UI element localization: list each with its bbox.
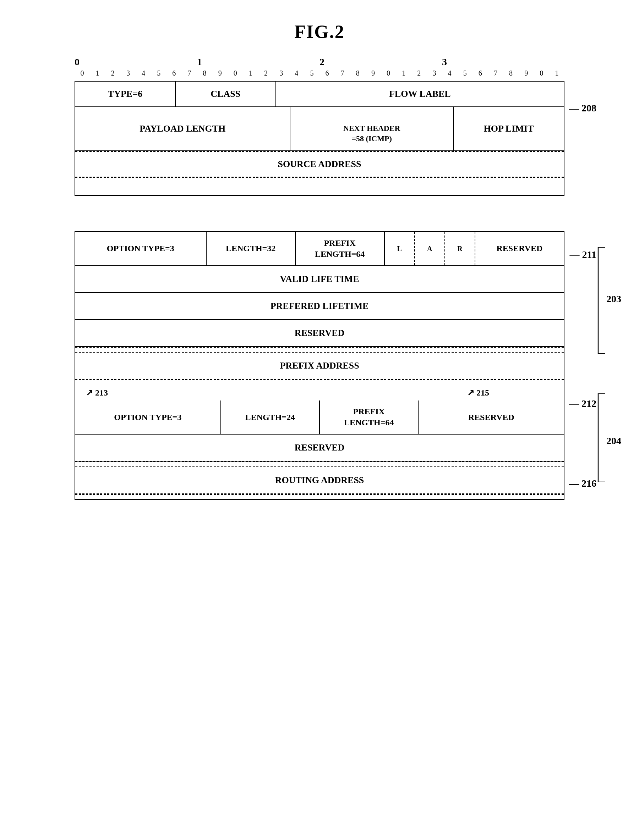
- bit-digit: 2: [105, 69, 120, 77]
- bit-digit: 2: [412, 69, 427, 77]
- dashed-gap-2: [75, 380, 564, 385]
- bit-digit: 4: [136, 69, 151, 77]
- ruler-major-2: 2: [320, 56, 442, 68]
- bit-digit: 1: [90, 69, 105, 77]
- prefix-address-row: PREFIX ADDRESS: [75, 352, 564, 380]
- bit-digit: 3: [120, 69, 136, 77]
- bit-digit: 8: [503, 69, 519, 77]
- bit-digit: 2: [258, 69, 274, 77]
- bit-digit: 7: [335, 69, 350, 77]
- label-212: — 212: [569, 398, 596, 409]
- bit-digit: 0: [534, 69, 549, 77]
- ruler-major-3: 3: [442, 56, 564, 68]
- length-32-cell: LENGTH=32: [207, 232, 296, 265]
- class-cell: CLASS: [176, 82, 276, 106]
- next-header-cell: NEXT HEADER=58 (ICMP): [290, 107, 453, 151]
- page-title: FIG.2: [294, 21, 344, 42]
- prefix-length-64-cell: PREFIXLENGTH=64: [296, 232, 385, 265]
- bit-digit: 4: [442, 69, 457, 77]
- bit-digit: 1: [243, 69, 258, 77]
- hop-limit-cell: HOP LIMIT: [454, 107, 564, 151]
- routing-address-row: ROUTING ADDRESS: [75, 466, 564, 494]
- bit-digit: 0: [227, 69, 243, 77]
- dashed-gap-3: [75, 461, 564, 466]
- reserved-cell-full-2: RESERVED: [75, 434, 564, 461]
- bit-digit: 6: [320, 69, 335, 77]
- type-cell: TYPE=6: [75, 82, 176, 106]
- ruler-major-1: 1: [197, 56, 320, 68]
- header-row-1: TYPE=6 CLASS FLOW LABEL: [75, 82, 564, 107]
- label-211: — 211: [570, 249, 596, 260]
- reserved-cell-1: RESERVED: [475, 232, 564, 265]
- bit-digit: 0: [75, 69, 90, 77]
- reserved-row-2: RESERVED: [75, 434, 564, 461]
- bit-digit: 5: [151, 69, 167, 77]
- bit-digit: 8: [350, 69, 365, 77]
- option-row-1: OPTION TYPE=3 LENGTH=32 PREFIXLENGTH=64 …: [75, 232, 564, 266]
- icmpv6-table: OPTION TYPE=3 LENGTH=32 PREFIXLENGTH=64 …: [75, 231, 564, 500]
- bit-digit: 9: [365, 69, 381, 77]
- valid-lifetime-row: VALID LIFE TIME: [75, 266, 564, 293]
- valid-lifetime-cell: VALID LIFE TIME: [75, 266, 564, 292]
- option-row-2: OPTION TYPE=3 LENGTH=24 PREFIXLENGTH=64 …: [75, 401, 564, 434]
- bit-digit: 5: [304, 69, 320, 77]
- label-216: — 216: [569, 478, 596, 489]
- bit-digit: 1: [549, 69, 564, 77]
- prefered-lifetime-cell: PREFERED LIFETIME: [75, 293, 564, 319]
- bit-digit: 6: [167, 69, 182, 77]
- bit-digit: 9: [212, 69, 227, 77]
- continuation-row: [75, 178, 564, 195]
- header-row-2: PAYLOAD LENGTH NEXT HEADER=58 (ICMP) HOP…: [75, 107, 564, 151]
- flow-label-cell: FLOW LABEL: [276, 82, 564, 106]
- bit-digit: 9: [519, 69, 534, 77]
- L-cell: L: [385, 232, 415, 265]
- dashed-gap-1: [75, 347, 564, 352]
- ruler-major-0: 0: [75, 56, 197, 68]
- length-24-cell: LENGTH=24: [221, 401, 320, 434]
- prefix-length-64-cell-2: PREFIXLENGTH=64: [320, 401, 418, 434]
- label-208: — 208: [569, 103, 596, 114]
- ipv6-header-table: TYPE=6 CLASS FLOW LABEL PAYLOAD LENGTH N…: [75, 81, 564, 196]
- prefered-lifetime-row: PREFERED LIFETIME: [75, 293, 564, 320]
- A-cell: A: [415, 232, 445, 265]
- reserved-cell-2: RESERVED: [418, 401, 564, 434]
- option-type-3-cell-2: OPTION TYPE=3: [75, 401, 221, 434]
- bit-digit: 0: [381, 69, 396, 77]
- bit-digit: 5: [457, 69, 472, 77]
- reserved-row-1: RESERVED: [75, 320, 564, 347]
- bit-digit: 3: [427, 69, 442, 77]
- label-213: ↗ 213: [79, 388, 108, 398]
- bit-digit: 7: [182, 69, 197, 77]
- source-address-row: SOURCE ADDRESS: [75, 151, 564, 178]
- dashed-gap-4: [75, 494, 564, 499]
- callout-label-row: ↗ 213 ↗ 215: [75, 385, 564, 401]
- option-type-3-cell: OPTION TYPE=3: [75, 232, 207, 265]
- bit-digit: 8: [197, 69, 212, 77]
- label-215: ↗ 215: [467, 388, 560, 398]
- bit-digit: 7: [488, 69, 503, 77]
- bit-digit: 4: [289, 69, 304, 77]
- payload-length-cell: PAYLOAD LENGTH: [75, 107, 290, 151]
- bit-digit: 1: [396, 69, 412, 77]
- R-cell: R: [445, 232, 475, 265]
- reserved-cell-full: RESERVED: [75, 320, 564, 346]
- bit-digit: 6: [472, 69, 488, 77]
- bit-digit: 3: [274, 69, 289, 77]
